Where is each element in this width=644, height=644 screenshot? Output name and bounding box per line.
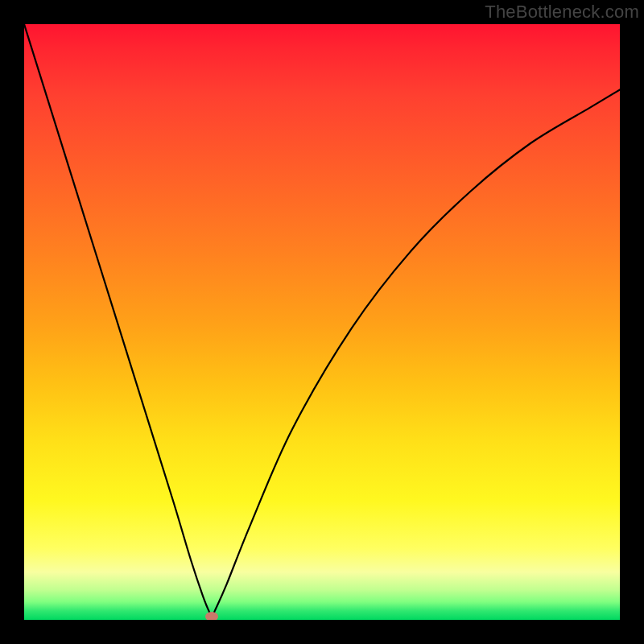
watermark-text: TheBottleneck.com <box>485 2 639 23</box>
curve-path <box>24 24 620 617</box>
optimum-marker <box>205 612 218 620</box>
plot-area <box>24 24 620 620</box>
bottleneck-curve <box>24 24 620 620</box>
chart-frame: TheBottleneck.com <box>0 0 644 644</box>
